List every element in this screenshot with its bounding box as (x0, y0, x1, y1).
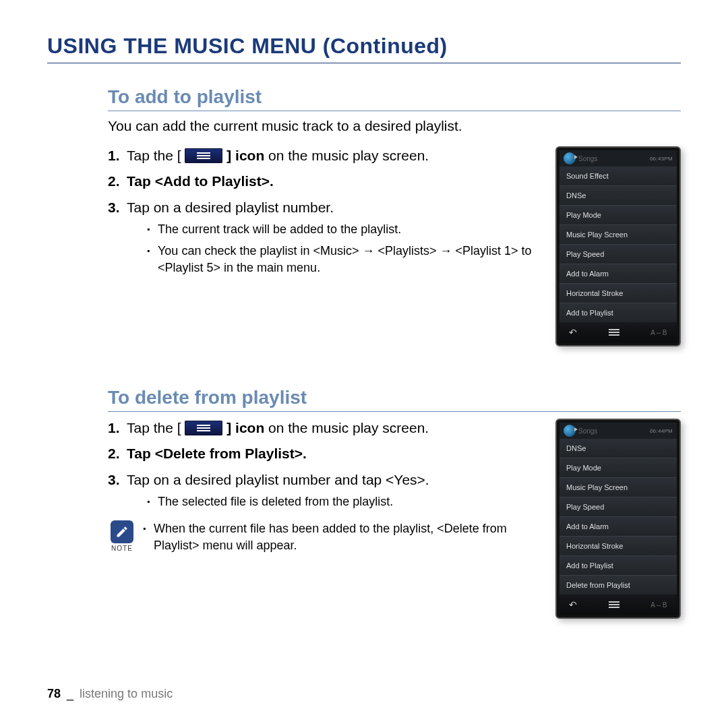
sub-item: The current track will be added to the p… (147, 221, 542, 237)
pencil-icon (115, 525, 129, 539)
music-app-icon (564, 152, 576, 164)
section-add-to-playlist: To add to playlist You can add the curre… (108, 86, 681, 346)
note-icon-column: NOTE (108, 520, 136, 552)
sub-list: The selected file is deleted from the pl… (147, 493, 542, 510)
device-status-title: Songs (578, 427, 650, 435)
device-menu-item: Horizontal Stroke (559, 284, 677, 303)
ab-repeat-label: A↔B (650, 601, 667, 609)
step-3: Tap on a desired playlist number. The cu… (108, 198, 542, 276)
device-menu-item: Play Mode (559, 458, 677, 478)
device-statusbar: Songs 06:43PM (559, 150, 677, 166)
device-screenshot-1: Songs 06:43PM Sound Effect DNSe Play Mod… (555, 146, 681, 346)
section-lead: You can add the current music track to a… (108, 118, 681, 134)
menu-icon (185, 148, 222, 163)
note-bullet: When the current file has been added to … (143, 520, 542, 553)
note-text: When the current file has been added to … (143, 520, 542, 553)
device-menu-item: Add to Alarm (559, 517, 677, 537)
page-footer: 78 _ listening to music (47, 687, 173, 701)
nav-menu-icon (609, 332, 619, 333)
device-status-title: Songs (578, 155, 650, 162)
device-menu-item: Play Speed (559, 497, 677, 517)
footer-separator: _ (67, 687, 73, 700)
device-menu-item: Play Mode (559, 206, 677, 225)
steps-list: Tap the [ ] icon on the music play scree… (108, 419, 542, 510)
device-menu-item: Add to Alarm (559, 264, 677, 284)
device-time: 06:44PM (650, 428, 673, 434)
step-1: Tap the [ ] icon on the music play scree… (108, 146, 542, 165)
back-icon: ↶ (569, 599, 577, 610)
sub-item: The selected file is deleted from the pl… (147, 493, 542, 510)
device-navbar: ↶ A↔B (559, 322, 677, 342)
device-screenshot-2: Songs 06:44PM DNSe Play Mode Music Play … (555, 419, 681, 619)
device-menu-item: DNSe (559, 186, 677, 206)
device-menu-item: Music Play Screen (559, 478, 677, 497)
device-menu-item: Add to Playlist (559, 556, 677, 576)
section-gap (47, 346, 681, 387)
sub-list: The current track will be added to the p… (147, 221, 542, 276)
device-menu-item: Horizontal Stroke (559, 537, 677, 556)
footer-title: listening to music (80, 687, 173, 700)
device-statusbar: Songs 06:44PM (559, 423, 677, 439)
ab-repeat-label: A↔B (650, 329, 667, 336)
device-menu-item: Sound Effect (559, 166, 677, 186)
device-menu-list: Sound Effect DNSe Play Mode Music Play S… (559, 166, 677, 322)
device-menu-item: Music Play Screen (559, 225, 677, 245)
steps-column: Tap the [ ] icon on the music play scree… (108, 419, 542, 619)
steps-column: Tap the [ ] icon on the music play scree… (108, 146, 542, 346)
device-menu-item: Delete from Playlist (559, 576, 677, 595)
step-2: Tap <Add to Playlist>. (108, 172, 542, 191)
note-row: NOTE When the current file has been adde… (108, 520, 542, 553)
manual-page: USING THE MUSIC MENU (Continued) To add … (0, 0, 728, 728)
note-icon (111, 520, 133, 543)
step-3: Tap on a desired playlist number and tap… (108, 471, 542, 510)
back-icon: ↶ (569, 327, 577, 338)
step-2: Tap <Delete from Playlist>. (108, 444, 542, 463)
music-app-icon (564, 425, 576, 437)
steps-list: Tap the [ ] icon on the music play scree… (108, 146, 542, 276)
device-menu-item: Play Speed (559, 245, 677, 264)
device-mock: Songs 06:44PM DNSe Play Mode Music Play … (555, 419, 681, 619)
page-title: USING THE MUSIC MENU (Continued) (47, 34, 681, 63)
step-1: Tap the [ ] icon on the music play scree… (108, 419, 542, 437)
section-heading: To add to playlist (108, 86, 681, 111)
note-label: NOTE (108, 545, 136, 552)
section-delete-from-playlist: To delete from playlist Tap the [ ] icon… (108, 387, 681, 619)
device-menu-item: Add to Playlist (559, 303, 677, 322)
nav-menu-icon (609, 604, 619, 605)
section-heading: To delete from playlist (108, 387, 681, 412)
device-time: 06:43PM (650, 156, 673, 162)
page-number: 78 (47, 687, 61, 700)
device-navbar: ↶ A↔B (559, 595, 677, 615)
menu-icon (185, 421, 222, 435)
device-menu-list: DNSe Play Mode Music Play Screen Play Sp… (559, 439, 677, 595)
device-mock: Songs 06:43PM Sound Effect DNSe Play Mod… (555, 146, 681, 346)
device-menu-item: DNSe (559, 439, 677, 458)
sub-item: You can check the playlist in <Music> → … (147, 243, 542, 276)
